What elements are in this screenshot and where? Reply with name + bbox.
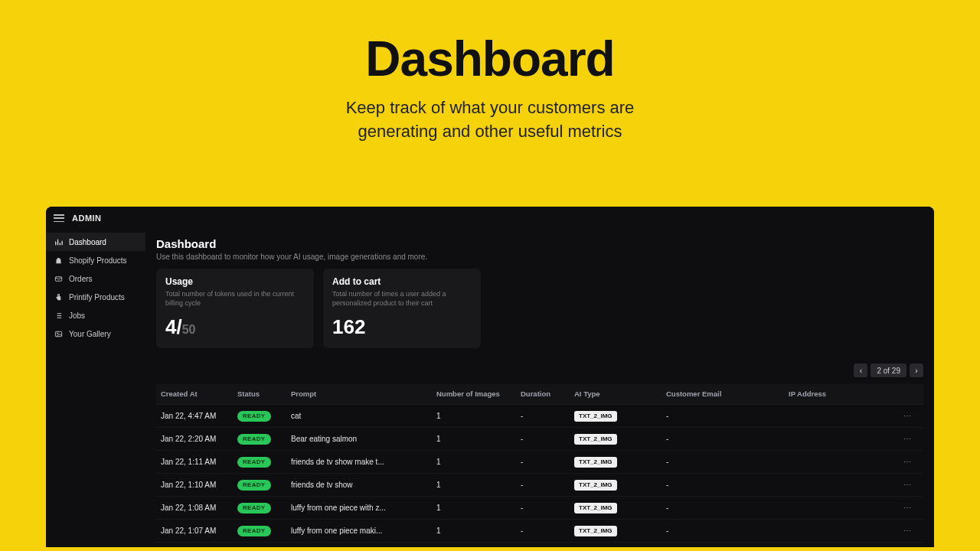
status-badge: READY <box>237 503 271 514</box>
cell-prompt: friends de tv show make t... <box>291 458 436 466</box>
status-badge: READY <box>237 411 271 422</box>
sidebar-item-printify-products[interactable]: Printify Products <box>46 288 145 306</box>
app-window: ADMIN Dashboard Shopify Products Orders <box>46 207 934 547</box>
cell-ai-type: TXT_2_IMG <box>574 480 666 491</box>
cell-num-images: 1 <box>436 527 521 535</box>
cell-customer-email: - <box>666 458 789 466</box>
table-row[interactable]: Jan 22, 1:10 AMREADYfriends de tv show1-… <box>156 474 923 497</box>
status-badge: READY <box>237 434 271 445</box>
status-badge: READY <box>237 480 271 491</box>
th-status: Status <box>237 390 291 398</box>
cell-status: READY <box>237 526 291 536</box>
sidebar-item-shopify-products[interactable]: Shopify Products <box>46 251 145 269</box>
sidebar-item-your-gallery[interactable]: Your Gallery <box>46 324 145 343</box>
cart-card-value: 162 <box>332 315 472 339</box>
cell-customer-email: - <box>666 504 789 512</box>
cell-created-at: Jan 22, 1:08 AM <box>161 504 237 512</box>
page-subtitle: Use this dashboard to monitor how your A… <box>156 253 923 261</box>
sidebar-item-label: Orders <box>69 275 93 283</box>
status-badge: READY <box>237 457 271 468</box>
svg-point-2 <box>57 332 57 333</box>
cell-status: READY <box>237 457 291 468</box>
table-row[interactable]: Jan 22, 2:20 AMREADYBear eating salmon1-… <box>156 428 923 451</box>
th-ip-address: IP Address <box>789 390 896 398</box>
cart-card-title: Add to cart <box>332 276 472 287</box>
cell-created-at: Jan 22, 1:07 AM <box>161 527 237 535</box>
cell-num-images: 1 <box>436 504 521 512</box>
type-badge: TXT_2_IMG <box>574 503 617 514</box>
cell-customer-email: - <box>666 435 789 443</box>
cell-ai-type: TXT_2_IMG <box>574 411 666 422</box>
th-created-at: Created At <box>161 390 237 398</box>
page-next-button[interactable]: › <box>910 364 923 377</box>
cell-duration: - <box>521 504 574 512</box>
table-row[interactable]: Jan 22, 1:08 AMREADYluffy from one piece… <box>156 497 923 520</box>
cell-duration: - <box>521 458 574 466</box>
cell-prompt: cat <box>291 412 436 420</box>
cart-card-desc: Total number of times a user added a per… <box>332 289 472 308</box>
th-prompt: Prompt <box>291 390 436 398</box>
cell-created-at: Jan 22, 1:10 AM <box>161 481 237 489</box>
cell-num-images: 1 <box>436 435 521 443</box>
cell-created-at: Jan 22, 4:47 AM <box>161 412 237 420</box>
row-actions-button[interactable]: ⋯ <box>896 527 916 535</box>
sidebar-item-label: Jobs <box>69 311 85 320</box>
status-badge: READY <box>237 526 271 536</box>
cell-num-images: 1 <box>436 458 521 466</box>
sidebar-item-dashboard[interactable]: Dashboard <box>46 233 145 251</box>
cell-customer-email: - <box>666 527 789 535</box>
page-title: Dashboard <box>156 237 923 250</box>
cell-ai-type: TXT_2_IMG <box>574 434 666 445</box>
table-row[interactable]: Jan 22, 1:07 AMREADYluffy from one piece… <box>156 520 923 543</box>
hand-icon <box>54 293 63 302</box>
th-customer-email: Customer Email <box>666 390 789 398</box>
bag-icon <box>54 256 63 265</box>
add-to-cart-card: Add to cart Total number of times a user… <box>323 269 481 348</box>
cell-prompt: luffy from one piece with z... <box>291 504 436 512</box>
mail-icon <box>54 275 63 283</box>
sidebar: Dashboard Shopify Products Orders Printi… <box>46 230 145 547</box>
sidebar-item-label: Printify Products <box>69 293 125 302</box>
sidebar-item-jobs[interactable]: Jobs <box>46 306 145 324</box>
page-prev-button[interactable]: ‹ <box>854 364 867 377</box>
table-row[interactable]: Jan 22, 4:47 AMREADYcat1-TXT_2_IMG-⋯ <box>156 405 923 428</box>
table-header-row: Created At Status Prompt Number of Image… <box>156 383 923 405</box>
sidebar-item-label: Dashboard <box>69 238 106 246</box>
main-content: Dashboard Use this dashboard to monitor … <box>145 230 934 547</box>
table-row[interactable]: Jan 22, 1:11 AMREADYfriends de tv show m… <box>156 451 923 474</box>
sidebar-item-label: Your Gallery <box>69 330 111 338</box>
bar-chart-icon <box>54 238 63 246</box>
sidebar-item-label: Shopify Products <box>69 256 127 265</box>
cell-status: READY <box>237 503 291 514</box>
row-actions-button[interactable]: ⋯ <box>896 435 916 443</box>
cell-prompt: friends de tv show <box>291 481 436 489</box>
row-actions-button[interactable]: ⋯ <box>896 412 916 420</box>
cell-created-at: Jan 22, 1:11 AM <box>161 458 237 466</box>
type-badge: TXT_2_IMG <box>574 526 617 536</box>
type-badge: TXT_2_IMG <box>574 457 617 468</box>
cell-ai-type: TXT_2_IMG <box>574 526 666 536</box>
cell-created-at: Jan 22, 2:20 AM <box>161 435 237 443</box>
pagination: ‹ 2 of 29 › <box>156 364 923 377</box>
usage-card: Usage Total number of tokens used in the… <box>156 269 314 348</box>
row-actions-button[interactable]: ⋯ <box>896 481 916 489</box>
row-actions-button[interactable]: ⋯ <box>896 504 916 512</box>
type-badge: TXT_2_IMG <box>574 411 617 422</box>
hero-subtitle: Keep track of what your customers are ge… <box>0 96 980 144</box>
page-indicator: 2 of 29 <box>871 364 906 377</box>
cell-customer-email: - <box>666 481 789 489</box>
image-icon <box>54 330 63 338</box>
cell-customer-email: - <box>666 412 789 420</box>
cell-prompt: luffy from one piece maki... <box>291 527 436 535</box>
cell-duration: - <box>521 481 574 489</box>
cell-status: READY <box>237 480 291 491</box>
row-actions-button[interactable]: ⋯ <box>896 458 916 466</box>
cell-duration: - <box>521 412 574 420</box>
usage-card-desc: Total number of tokens used in the curre… <box>165 289 305 308</box>
cell-duration: - <box>521 527 574 535</box>
menu-icon[interactable] <box>54 214 64 222</box>
cell-ai-type: TXT_2_IMG <box>574 503 666 514</box>
brand-label: ADMIN <box>72 214 102 223</box>
svg-rect-1 <box>55 331 61 336</box>
sidebar-item-orders[interactable]: Orders <box>46 269 145 288</box>
